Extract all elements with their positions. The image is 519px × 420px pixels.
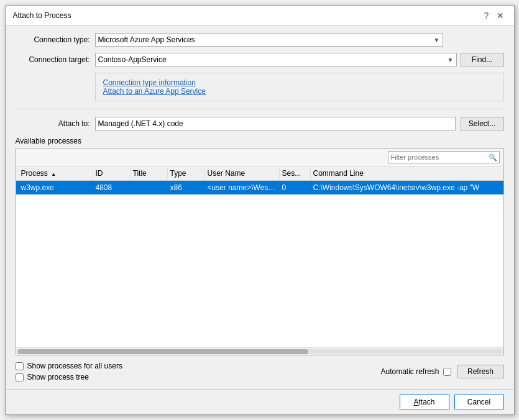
connection-target-group: Contoso-AppService ▼ Find...	[95, 53, 504, 66]
connection-target-arrow: ▼	[448, 57, 454, 63]
attach-underline: Attach	[413, 398, 434, 406]
dialog-title: Attach to Process	[13, 11, 71, 20]
close-button[interactable]: ✕	[494, 9, 507, 22]
cell-username: <user name>\West-...	[205, 182, 280, 193]
dialog-footer: Attach Cancel	[6, 389, 514, 414]
col-session[interactable]: Ses...	[280, 168, 311, 179]
connection-target-label: Connection target:	[16, 55, 90, 64]
connection-type-arrow: ▼	[434, 37, 440, 43]
scrollbar-track	[17, 349, 502, 354]
search-icon: 🔍	[489, 153, 497, 162]
filter-wrapper: 🔍	[388, 151, 500, 163]
show-all-users-label: Show processes for all users	[27, 362, 122, 370]
attach-to-value: Managed (.NET 4.x) code	[95, 117, 456, 130]
cell-type: x86	[168, 182, 205, 193]
bottom-options: Show processes for all users Show proces…	[16, 362, 504, 381]
connection-type-dropdown[interactable]: Microsoft Azure App Services ▼	[95, 33, 443, 47]
available-processes-label: Available processes	[16, 137, 504, 145]
filter-bar: 🔍	[16, 148, 503, 167]
checkboxes: Show processes for all users Show proces…	[16, 362, 122, 381]
show-all-users-checkbox-row[interactable]: Show processes for all users	[16, 362, 122, 370]
col-username[interactable]: User Name	[205, 168, 280, 179]
table-header: Process ▲ ID Title Type User Name	[16, 167, 503, 181]
info-link1[interactable]: Connection type information	[103, 78, 196, 87]
cell-id: 4808	[93, 182, 131, 193]
connection-target-row: Connection target: Contoso-AppService ▼ …	[16, 53, 504, 66]
table-row[interactable]: w3wp.exe 4808 x86 <user name>\West-... 0…	[16, 181, 503, 194]
info-link2[interactable]: Attach to an Azure App Service	[103, 87, 206, 96]
col-id[interactable]: ID	[93, 168, 131, 179]
filter-input[interactable]	[388, 151, 500, 163]
attach-to-label: Attach to:	[16, 119, 90, 128]
horizontal-scrollbar[interactable]	[16, 347, 503, 355]
auto-refresh-label: Automatic refresh	[380, 367, 439, 376]
cell-title	[131, 182, 168, 193]
col-process[interactable]: Process ▲	[19, 168, 93, 179]
select-button[interactable]: Select...	[461, 117, 504, 130]
show-all-users-checkbox[interactable]	[16, 362, 24, 370]
table-body: w3wp.exe 4808 x86 <user name>\West-... 0…	[16, 181, 503, 347]
show-tree-checkbox[interactable]	[16, 373, 24, 381]
title-bar-controls: ? ✕	[480, 9, 507, 22]
cell-session: 0	[280, 182, 311, 193]
info-line1: Connection type information	[103, 78, 496, 87]
separator1	[16, 109, 504, 109]
help-button[interactable]: ?	[480, 9, 493, 22]
connection-type-value: Microsoft Azure App Services	[98, 35, 195, 44]
find-button[interactable]: Find...	[461, 53, 504, 66]
info-line2: Attach to an Azure App Service	[103, 87, 496, 96]
info-box: Connection type information Attach to an…	[95, 73, 504, 101]
available-processes-section: Available processes 🔍 Process ▲	[16, 137, 504, 355]
attach-button[interactable]: Attach	[400, 395, 449, 409]
show-tree-checkbox-row[interactable]: Show process tree	[16, 373, 122, 381]
cell-cmdline: C:\Windows\SysWOW64\inetsrv\w3wp.exe -ap…	[311, 182, 501, 193]
scrollbar-thumb	[17, 349, 308, 354]
auto-refresh-row: Automatic refresh	[380, 367, 451, 376]
title-bar-left: Attach to Process	[13, 11, 71, 20]
sort-arrow: ▲	[51, 171, 56, 177]
auto-refresh-checkbox[interactable]	[443, 368, 451, 376]
show-tree-label: Show process tree	[27, 373, 89, 381]
attach-to-process-dialog: Attach to Process ? ✕ Connection type: M…	[5, 5, 515, 415]
process-table-container: 🔍 Process ▲ ID Title Ty	[16, 148, 504, 355]
cell-process: w3wp.exe	[19, 182, 93, 193]
refresh-button[interactable]: Refresh	[457, 365, 504, 378]
attach-to-row: Attach to: Managed (.NET 4.x) code Selec…	[16, 117, 504, 130]
col-title[interactable]: Title	[131, 168, 168, 179]
connection-target-dropdown[interactable]: Contoso-AppService ▼	[95, 53, 457, 66]
cancel-button[interactable]: Cancel	[454, 395, 504, 409]
connection-type-row: Connection type: Microsoft Azure App Ser…	[16, 33, 504, 47]
col-type[interactable]: Type	[168, 168, 205, 179]
refresh-area: Automatic refresh Refresh	[380, 365, 503, 378]
col-cmdline[interactable]: Command Line	[311, 168, 501, 179]
connection-target-value: Contoso-AppService	[98, 55, 167, 64]
dialog-content: Connection type: Microsoft Azure App Ser…	[6, 25, 514, 389]
connection-type-label: Connection type:	[16, 35, 90, 44]
title-bar: Attach to Process ? ✕	[6, 6, 514, 25]
